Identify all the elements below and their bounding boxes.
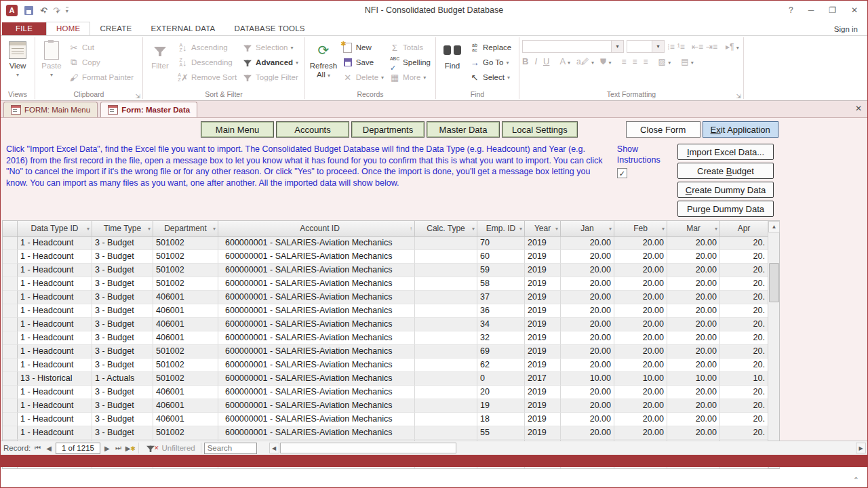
align-center-icon[interactable]: ≡ [632,57,637,66]
vertical-scroll-thumb[interactable] [769,263,779,302]
row-selector[interactable] [3,399,18,413]
cell[interactable]: 600000001 - SALARIES-Aviation Mechanics [218,277,415,291]
cell[interactable]: 20.00 [561,426,614,440]
chevron-down-icon[interactable]: ▾ [213,226,216,232]
cell[interactable]: 62 [477,359,525,372]
horizontal-scroll-thumb[interactable] [280,443,456,453]
cell[interactable]: 3 - Budget [92,331,153,345]
font-color-button[interactable]: A ▾ [559,56,570,66]
cell[interactable]: 501002 [153,237,218,250]
cell[interactable]: 406001 [153,331,218,345]
cell[interactable]: 20. [720,359,768,372]
cell[interactable]: 1 - Headcount [18,237,92,250]
cell[interactable]: 20.00 [561,399,614,413]
cell[interactable]: 10. [720,372,768,386]
horizontal-scrollbar[interactable]: ◀ ▶ [269,443,866,453]
cell[interactable]: 3 - Budget [92,277,153,291]
cell[interactable]: 600000001 - SALARIES-Aviation Mechanics [218,304,415,318]
table-row[interactable]: 1 - Headcount3 - Budget501002600000001 -… [3,250,768,264]
cell[interactable]: 3 - Budget [92,264,153,277]
cell[interactable]: 69 [477,345,525,359]
cell[interactable]: 10.00 [667,372,720,386]
tab-create[interactable]: CREATE [90,22,141,35]
cell[interactable]: 501002 [153,372,218,386]
cell[interactable]: 20.00 [667,318,720,331]
cell[interactable]: 20.00 [667,277,720,291]
table-row[interactable]: 1 - Headcount3 - Budget406001600000001 -… [3,304,768,318]
select-button[interactable]: ↖Select▾ [467,70,513,85]
table-row[interactable]: 1 - Headcount3 - Budget406001600000001 -… [3,386,768,399]
first-record-button[interactable]: ⏮ [33,444,42,452]
cell[interactable]: 20. [720,277,768,291]
cell[interactable]: 20.00 [667,291,720,304]
cell[interactable] [415,318,477,331]
cell[interactable]: 20. [720,331,768,345]
cell[interactable]: 20. [720,291,768,304]
cell[interactable]: 501002 [153,250,218,264]
cell[interactable]: 20.00 [667,386,720,399]
row-selector[interactable] [3,345,18,359]
cell[interactable] [415,304,477,318]
new-record-button[interactable]: ✱New [340,40,386,55]
cell[interactable]: 20.00 [561,277,614,291]
table-row[interactable]: 1 - Headcount3 - Budget501002600000001 -… [3,345,768,359]
cell[interactable]: 406001 [153,291,218,304]
scroll-right-icon[interactable]: ▶ [856,443,866,453]
create-dummy-data-button[interactable]: Create Dummy Data [677,182,774,198]
cell[interactable]: 20.00 [667,264,720,277]
cell[interactable]: 1 - Headcount [18,304,92,318]
row-selector[interactable] [3,237,18,250]
cell[interactable]: 34 [477,318,525,331]
cell[interactable]: 32 [477,331,525,345]
cell[interactable]: 600000001 - SALARIES-Aviation Mechanics [218,291,415,304]
cell[interactable]: 1 - Headcount [18,345,92,359]
cell[interactable]: 20.00 [667,250,720,264]
filter-big-button[interactable]: Filter [146,39,174,70]
cell[interactable]: 20.00 [561,264,614,277]
column-header-department[interactable]: Department▾ [153,221,218,236]
close-form-button[interactable]: Close Form [626,121,701,138]
cell[interactable]: 1 - Headcount [18,250,92,264]
cell[interactable]: 20.00 [561,331,614,345]
cell[interactable]: 20.00 [667,237,720,250]
row-selector[interactable] [3,277,18,291]
cell[interactable]: 3 - Budget [92,399,153,413]
filter-state-indicator[interactable]: ✕ Unfiltered [138,443,201,453]
tab-file[interactable]: FILE [2,22,46,35]
row-selector[interactable] [3,304,18,318]
font-name-combo[interactable]: ▾ [522,40,624,53]
scroll-up-icon[interactable]: ▲ [768,221,780,232]
goto-button[interactable]: →Go To▾ [467,55,513,70]
highlight-button[interactable]: a🖉 ▾ [576,57,594,66]
cell[interactable]: 3 - Budget [92,426,153,440]
cell[interactable] [415,399,477,413]
cell[interactable]: 20.00 [667,304,720,318]
sort-ascending-icon[interactable]: ↑ [410,226,412,232]
format-painter-button[interactable]: 🖌Format Painter [66,70,136,85]
cell[interactable]: 1 - Headcount [18,399,92,413]
cell[interactable] [415,291,477,304]
copy-button[interactable]: ⧉Copy [66,55,136,70]
collapse-ribbon-icon[interactable]: ⌃ [853,476,859,485]
local-settings-button[interactable]: Local Settings [502,121,578,138]
font-size-combo[interactable]: ▾ [627,40,665,53]
record-search-input[interactable] [204,443,257,454]
cell[interactable]: 55 [477,426,525,440]
tab-database-tools[interactable]: DATABASE TOOLS [224,22,314,35]
toggle-filter-button[interactable]: Toggle Filter [240,70,300,85]
descending-button[interactable]: ZA↓Descending [176,55,239,70]
close-form-tab-icon[interactable]: ✕ [855,104,862,113]
align-left-icon[interactable]: ≡ [621,57,626,66]
cell[interactable]: 501002 [153,426,218,440]
cell[interactable]: 59 [477,264,525,277]
cell[interactable]: 20. [720,413,768,426]
cell[interactable]: 10.00 [614,372,667,386]
cell[interactable]: 10.00 [561,372,614,386]
cell[interactable]: 20. [720,304,768,318]
cell[interactable]: 20.00 [561,250,614,264]
cell[interactable]: 20.00 [614,426,667,440]
cell[interactable]: 2019 [525,331,561,345]
column-header-apr[interactable]: Apr [720,221,768,236]
chevron-down-icon[interactable]: ▾ [87,226,90,232]
cell[interactable]: 2019 [525,399,561,413]
